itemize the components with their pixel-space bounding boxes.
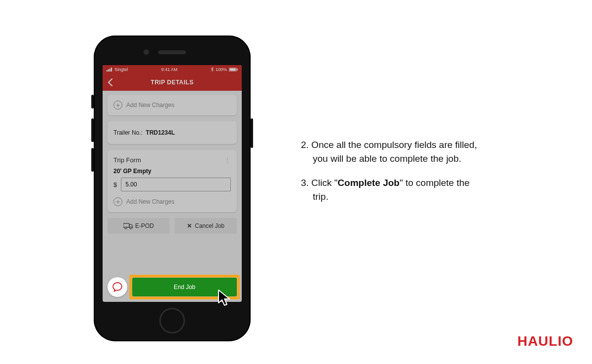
instruction-step-3: 3. Click "Complete Job" to complete the … [301, 176, 538, 203]
cancel-job-button[interactable]: ✕ Cancel Job [175, 218, 237, 234]
battery-icon [229, 68, 238, 72]
instruction-step-2: 2. Once all the compulsory fields are fi… [301, 138, 538, 165]
amount-input[interactable] [121, 178, 231, 191]
phone-volume-up [91, 118, 94, 142]
container-type: 20' GP Empty [113, 168, 231, 175]
close-icon: ✕ [187, 222, 192, 229]
svg-point-9 [130, 227, 132, 229]
carrier-label: Singtel [114, 67, 128, 72]
add-charges-label: Add New Charges [126, 102, 174, 109]
currency-label: $ [113, 181, 117, 188]
phone-screen: Singtel 9:41 AM 100% TRIP DETAILS [103, 65, 242, 302]
plus-icon: + [113, 197, 122, 206]
trailer-value: TRD1234L [146, 129, 175, 136]
screen-content: + Add New Charges Trailer No.: TRD1234L … [103, 91, 242, 302]
phone-power-button [251, 118, 253, 148]
add-charges-label: Add New Charges [126, 198, 174, 205]
truck-icon [123, 222, 132, 229]
add-charges-card-top[interactable]: + Add New Charges [108, 95, 237, 115]
svg-point-8 [125, 227, 127, 229]
epod-label: E-POD [135, 222, 154, 229]
phone-home-button[interactable] [159, 308, 185, 333]
svg-rect-1 [108, 70, 109, 72]
signal-icon [107, 68, 112, 72]
chat-button[interactable] [108, 277, 127, 297]
trip-form-title: Trip Form [113, 156, 141, 164]
svg-rect-6 [237, 69, 238, 71]
chat-icon [112, 282, 123, 292]
trailer-card: Trailer No.: TRD1234L [108, 121, 237, 144]
trip-form-card: Trip Form ⋮ 20' GP Empty $ + Add New Cha… [108, 150, 237, 212]
brand-logo: HAULIO [518, 333, 573, 349]
phone-camera [144, 49, 149, 55]
svg-rect-3 [111, 68, 112, 72]
svg-rect-2 [110, 69, 111, 72]
back-button[interactable] [106, 77, 115, 87]
plus-icon: + [113, 101, 122, 109]
nav-title: TRIP DETAILS [151, 79, 194, 86]
svg-rect-5 [230, 69, 236, 71]
bluetooth-icon [211, 67, 214, 73]
add-charges-row[interactable]: + Add New Charges [113, 196, 231, 207]
battery-label: 100% [216, 67, 227, 72]
status-time: 9:41 AM [161, 67, 178, 72]
more-icon[interactable]: ⋮ [224, 156, 231, 164]
phone-volume-down [91, 148, 94, 172]
epod-button[interactable]: E-POD [108, 218, 170, 234]
cancel-label: Cancel Job [195, 222, 224, 229]
phone-speaker [158, 50, 186, 54]
nav-bar: TRIP DETAILS [103, 74, 242, 91]
instructions: 2. Once all the compulsory fields are fi… [301, 138, 538, 214]
cursor-icon [217, 289, 235, 307]
end-job-label: End Job [174, 284, 195, 291]
secondary-actions: E-POD ✕ Cancel Job [108, 218, 237, 234]
svg-rect-0 [107, 70, 108, 72]
trailer-label: Trailer No.: [113, 129, 143, 136]
phone-mute-switch [91, 95, 94, 109]
status-bar: Singtel 9:41 AM 100% [103, 65, 242, 74]
